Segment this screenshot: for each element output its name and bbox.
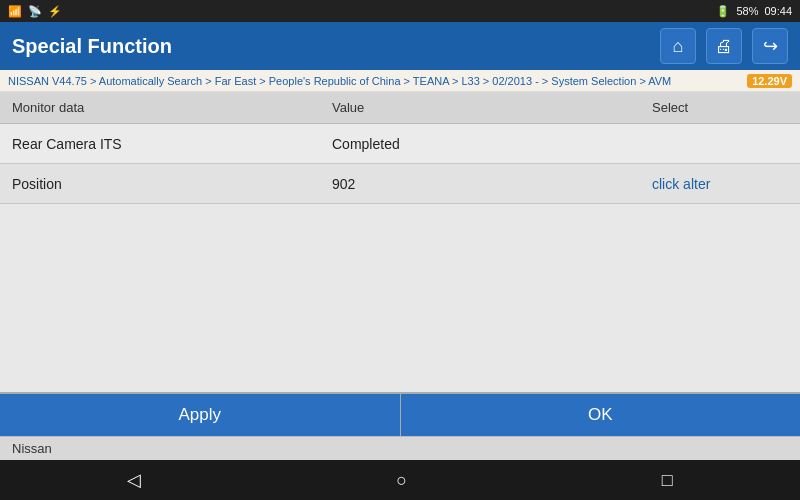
bottom-button-bar: Apply OK: [0, 392, 800, 436]
signal-icon: 📡: [28, 5, 42, 18]
table-header-row: Monitor data Value Select: [0, 92, 800, 124]
ok-button[interactable]: OK: [401, 394, 801, 436]
home-button[interactable]: ⌂: [660, 28, 696, 64]
battery-percent: 58%: [736, 5, 758, 17]
header-icons: ⌂ 🖨 ↪: [660, 28, 788, 64]
col-header-monitor: Monitor data: [0, 100, 320, 115]
col-header-value: Value: [320, 100, 640, 115]
status-right-icons: 🔋 58% 09:44: [716, 5, 792, 18]
navigation-bar: ◁ ○ □: [0, 460, 800, 500]
cell-value-1: 902: [320, 168, 640, 200]
footer-bar: Nissan: [0, 436, 800, 460]
time-display: 09:44: [764, 5, 792, 17]
home-nav-button[interactable]: ○: [376, 464, 427, 497]
back-button[interactable]: ◁: [107, 463, 161, 497]
brand-label: Nissan: [12, 441, 52, 456]
wifi-icon: 📶: [8, 5, 22, 18]
cell-value-0: Completed: [320, 128, 640, 160]
exit-icon: ↪: [763, 35, 778, 57]
empty-content-area: [0, 204, 800, 392]
content-area: Monitor data Value Select Rear Camera IT…: [0, 92, 800, 460]
print-icon: 🖨: [715, 36, 733, 57]
status-left-icons: 📶 📡 ⚡: [8, 5, 62, 18]
cell-select-1[interactable]: click alter: [640, 168, 800, 200]
battery-icon: 🔋: [716, 5, 730, 18]
cell-monitor-0: Rear Camera ITS: [0, 128, 320, 160]
table-body: Rear Camera ITS Completed Position 902: [0, 124, 800, 204]
status-bar: 📶 📡 ⚡ 🔋 58% 09:44: [0, 0, 800, 22]
print-button[interactable]: 🖨: [706, 28, 742, 64]
table-row: Rear Camera ITS Completed: [0, 124, 800, 164]
cell-select-0: [640, 136, 800, 152]
apply-button[interactable]: Apply: [0, 394, 401, 436]
breadcrumb: NISSAN V44.75 > Automatically Search > F…: [0, 70, 800, 92]
voltage-badge: 12.29V: [747, 74, 792, 88]
page-title: Special Function: [12, 35, 172, 58]
breadcrumb-text: NISSAN V44.75 > Automatically Search > F…: [8, 75, 671, 87]
recent-button[interactable]: □: [642, 464, 693, 497]
bluetooth-icon: ⚡: [48, 5, 62, 18]
cell-monitor-1: Position: [0, 168, 320, 200]
table-row: Position 902 click alter: [0, 164, 800, 204]
header-bar: Special Function ⌂ 🖨 ↪: [0, 22, 800, 70]
home-icon: ⌂: [673, 36, 684, 57]
exit-button[interactable]: ↪: [752, 28, 788, 64]
col-header-select: Select: [640, 100, 800, 115]
